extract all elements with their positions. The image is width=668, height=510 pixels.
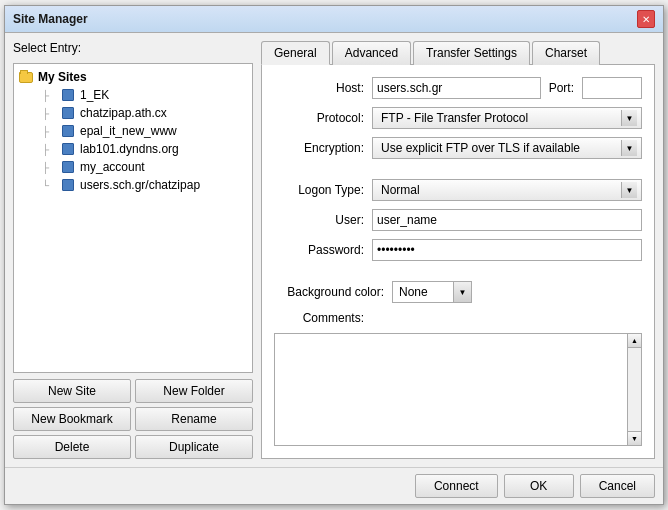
password-label: Password: [274, 243, 364, 257]
tree-item-epal[interactable]: ├ epal_it_new_www [38, 122, 252, 140]
logon-type-value: Normal [377, 183, 621, 197]
host-label: Host: [274, 81, 364, 95]
bg-color-label: Background color: [274, 285, 384, 299]
tab-general[interactable]: General [261, 41, 330, 65]
site-icon-users [60, 177, 76, 193]
user-label: User: [274, 213, 364, 227]
host-input[interactable] [372, 77, 541, 99]
tab-charset[interactable]: Charset [532, 41, 600, 65]
scrollbar-track [628, 348, 641, 431]
tree-root[interactable]: My Sites [14, 68, 252, 86]
bg-color-dropdown-arrow: ▼ [453, 282, 471, 302]
tree-item-label: lab101.dyndns.org [80, 142, 179, 156]
tree-item-lab101[interactable]: ├ lab101.dyndns.org [38, 140, 252, 158]
scrollbar-down-btn[interactable]: ▼ [628, 431, 641, 445]
comments-row: Comments: [274, 311, 642, 325]
connector-icon: ├ [42, 108, 58, 119]
left-panel: Select Entry: My Sites ├ 1_EK [13, 41, 253, 459]
port-input[interactable] [582, 77, 642, 99]
tree-item-label: epal_it_new_www [80, 124, 177, 138]
protocol-dropdown[interactable]: FTP - File Transfer Protocol ▼ [372, 107, 642, 129]
tree-item-myaccount[interactable]: ├ my_account [38, 158, 252, 176]
tree-children: ├ 1_EK ├ chatzipap.ath.cx ├ epal_it_new_… [14, 86, 252, 194]
protocol-row: Protocol: FTP - File Transfer Protocol ▼ [274, 107, 642, 129]
site-icon-chatzipap [60, 105, 76, 121]
tab-transfer-settings[interactable]: Transfer Settings [413, 41, 530, 65]
bg-color-row: Background color: None ▼ [274, 281, 642, 303]
encryption-value: Use explicit FTP over TLS if available [377, 141, 621, 155]
comments-scrollbar: ▲ ▼ [627, 334, 641, 445]
comments-label: Comments: [274, 311, 364, 325]
tree-item-label: 1_EK [80, 88, 109, 102]
close-button[interactable]: ✕ [637, 10, 655, 28]
protocol-value: FTP - File Transfer Protocol [377, 111, 621, 125]
protocol-label: Protocol: [274, 111, 364, 125]
new-site-button[interactable]: New Site [13, 379, 131, 403]
delete-button[interactable]: Delete [13, 435, 131, 459]
tree-item-1ek[interactable]: ├ 1_EK [38, 86, 252, 104]
scrollbar-up-btn[interactable]: ▲ [628, 334, 641, 348]
comments-area-wrapper: ▲ ▼ [274, 333, 642, 446]
tab-advanced[interactable]: Advanced [332, 41, 411, 65]
user-row: User: [274, 209, 642, 231]
title-bar: Site Manager ✕ [5, 6, 663, 33]
spacer2 [274, 269, 642, 273]
site-manager-dialog: Site Manager ✕ Select Entry: My Sites ├ [4, 5, 664, 505]
user-input[interactable] [372, 209, 642, 231]
dialog-title: Site Manager [13, 12, 88, 26]
connector-icon: ├ [42, 90, 58, 101]
bg-color-dropdown[interactable]: None ▼ [392, 281, 472, 303]
new-bookmark-button[interactable]: New Bookmark [13, 407, 131, 431]
tree-view[interactable]: My Sites ├ 1_EK ├ chatzipap.ath.cx [13, 63, 253, 373]
tree-item-label: chatzipap.ath.cx [80, 106, 167, 120]
password-input[interactable] [372, 239, 642, 261]
protocol-dropdown-arrow: ▼ [621, 110, 637, 126]
spacer [274, 167, 642, 171]
password-row: Password: [274, 239, 642, 261]
logon-type-dropdown[interactable]: Normal ▼ [372, 179, 642, 201]
encryption-dropdown[interactable]: Use explicit FTP over TLS if available ▼ [372, 137, 642, 159]
logon-type-dropdown-arrow: ▼ [621, 182, 637, 198]
tree-item-chatzipap[interactable]: ├ chatzipap.ath.cx [38, 104, 252, 122]
folder-icon [18, 69, 34, 85]
tree-item-label: my_account [80, 160, 145, 174]
duplicate-button[interactable]: Duplicate [135, 435, 253, 459]
tab-content-general: Host: Port: Protocol: FTP - File Transfe… [261, 65, 655, 459]
new-folder-button[interactable]: New Folder [135, 379, 253, 403]
port-label: Port: [549, 81, 574, 95]
site-icon-lab101 [60, 141, 76, 157]
site-icon-1ek [60, 87, 76, 103]
host-row: Host: Port: [274, 77, 642, 99]
right-panel: General Advanced Transfer Settings Chars… [261, 41, 655, 459]
logon-type-label: Logon Type: [274, 183, 364, 197]
tree-root-label: My Sites [38, 70, 87, 84]
connector-icon: ├ [42, 144, 58, 155]
encryption-dropdown-arrow: ▼ [621, 140, 637, 156]
cancel-button[interactable]: Cancel [580, 474, 655, 498]
select-entry-label: Select Entry: [13, 41, 253, 55]
bg-color-value: None [393, 285, 453, 299]
site-icon-epal [60, 123, 76, 139]
ok-button[interactable]: OK [504, 474, 574, 498]
left-button-grid: New Site New Folder New Bookmark Rename … [13, 379, 253, 459]
comments-input[interactable] [275, 334, 627, 445]
connector-icon: └ [42, 180, 58, 191]
dialog-footer: Connect OK Cancel [5, 467, 663, 504]
dialog-body: Select Entry: My Sites ├ 1_EK [5, 33, 663, 467]
connector-icon: ├ [42, 126, 58, 137]
encryption-label: Encryption: [274, 141, 364, 155]
tabs-bar: General Advanced Transfer Settings Chars… [261, 41, 655, 65]
tree-item-label: users.sch.gr/chatzipap [80, 178, 200, 192]
logon-type-row: Logon Type: Normal ▼ [274, 179, 642, 201]
tree-item-users[interactable]: └ users.sch.gr/chatzipap [38, 176, 252, 194]
rename-button[interactable]: Rename [135, 407, 253, 431]
encryption-row: Encryption: Use explicit FTP over TLS if… [274, 137, 642, 159]
connect-button[interactable]: Connect [415, 474, 498, 498]
site-icon-myaccount [60, 159, 76, 175]
connector-icon: ├ [42, 162, 58, 173]
